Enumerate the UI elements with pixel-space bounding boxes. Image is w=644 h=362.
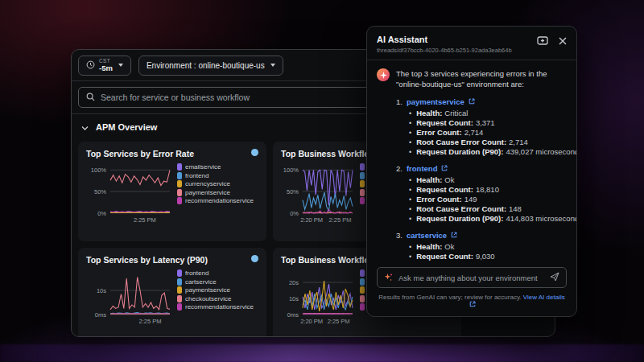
service-link[interactable]: cartservice [407,231,447,240]
legend-color-chip [177,172,182,179]
background-glow [0,344,644,362]
root-cause-row: Root Cause Error Count:148 [409,204,567,214]
health-row: Health:Critical [409,109,567,118]
sparkle-icon [384,270,393,285]
legend-color-chip [360,189,365,196]
close-icon[interactable] [559,37,567,45]
service-link[interactable]: paymentservice [407,97,464,106]
x-axis: 2:25 PM [110,318,170,326]
legend-item[interactable]: checkoutservice [177,295,258,302]
x-axis: 2:20 PM2:25 PM [303,216,353,224]
business-workflow-chart-2[interactable]: 2:20 PM2:25 PM [303,274,353,316]
send-icon[interactable] [550,270,559,285]
legend-item[interactable]: currencyservice [177,180,258,187]
y-tick-label: 50% [94,188,106,195]
legend-color-chip [360,197,365,204]
request-count-row: Request Count:9,030 [409,252,567,261]
ai-header: AI Assistant threads/df37bccb-4020-4b65-… [367,27,576,60]
legend-color-chip [360,286,365,294]
legend-color-chip [360,180,365,187]
y-tick-label: 10s [97,287,106,294]
chart-legend: emailservicefrontendcurrencyservicepayme… [177,163,258,215]
status-dot-icon [251,149,258,156]
legend-item[interactable]: paymentservice [177,286,258,294]
legend-label: frontend [185,269,208,277]
error-count-row: Error Count:2,714 [409,128,567,138]
error-count-row: Error Count:149 [409,195,567,204]
y-tick-label: 20s [289,279,299,286]
service-rank: 1. [396,97,402,106]
x-tick-label: 2:20 PM [300,216,323,224]
environment-dropdown[interactable]: Environment : online-boutique-us [138,56,283,76]
legend-color-chip [177,303,182,311]
external-link-icon [451,231,457,240]
service-link[interactable]: frontend [407,164,438,173]
business-workflow-chart-1[interactable]: 2:20 PM2:25 PM [303,168,353,215]
time-range-picker[interactable]: CST -5m [78,56,131,76]
y-tick-label: 50% [287,188,299,195]
ai-thread-id: threads/df37bccb-4020-4b65-b251-92ada3ea… [377,47,512,54]
y-tick-label: 10s [289,294,299,302]
collapse-chevron-icon[interactable] [81,120,89,134]
x-tick-label: 2:25 PM [139,318,162,325]
chevron-down-icon [118,64,123,67]
service-item: 1. paymentservice Health:Critical Reques… [396,97,567,157]
legend-label: checkoutservice [185,295,231,302]
legend-color-chip [360,295,365,302]
time-range-value: CST -5m [99,59,113,72]
ai-prompt-input[interactable]: Ask me anything about your environment [377,267,567,288]
panel-top-services-error-rate: Top Services by Error Rate 100%50%0% 2:2… [78,142,266,241]
legend-color-chip [360,172,365,179]
ai-input-placeholder: Ask me anything about your environment [398,274,544,282]
legend-color-chip [177,286,182,294]
request-count-row: Request Count:18,810 [409,185,567,195]
legend-color-chip [177,295,182,302]
ai-message-area: The top 3 services experiencing errors i… [367,60,576,261]
x-tick-label: 2:25 PM [329,216,352,224]
ai-intro-text: The top 3 services experiencing errors i… [396,68,567,90]
service-rank: 3. [396,231,402,240]
legend-label: recommendationservice [185,303,254,311]
latency-chart[interactable]: 2:25 PM [110,274,170,316]
status-dot-icon [251,255,258,262]
legend-label: emailservice [185,163,221,171]
chart-legend: frontendcartservicepaymentservicecheckou… [177,269,258,316]
error-rate-chart[interactable]: 2:25 PM [110,168,170,215]
legend-label: frontend [185,172,208,179]
duration-row: Request Duration (P90):439,027 microseco… [409,147,567,157]
legend-color-chip [177,180,182,187]
legend-item[interactable]: recommendationservice [177,197,258,204]
chart-row: 100%50%0% 2:25 PM emailservicefrontendcu… [86,168,258,215]
y-tick-label: 0ms [287,311,299,318]
y-axis: 100%50%0% [281,168,303,215]
x-tick-label: 2:25 PM [328,318,350,325]
legend-item[interactable]: frontend [177,269,258,277]
panel-title: Top Services by Latency (P90) [86,255,258,265]
ai-disclaimer: Results from GenAI can vary; review for … [378,294,521,301]
legend-item[interactable]: frontend [177,172,258,179]
view-ai-details-link[interactable]: View AI details [523,294,565,301]
legend-label: paymentservice [185,189,230,196]
ai-assistant-panel: AI Assistant threads/df37bccb-4020-4b65-… [366,26,577,317]
legend-item[interactable]: recommendationservice [177,303,258,311]
y-axis: 10s0ms [86,274,110,316]
environment-label: Environment : online-boutique-us [147,61,265,70]
x-tick-label: 2:25 PM [134,216,156,224]
y-tick-label: 0% [290,209,299,216]
legend-color-chip [360,163,365,171]
ai-avatar-icon [377,68,390,81]
new-chat-icon[interactable] [537,36,548,46]
x-axis: 2:25 PM [110,216,170,224]
legend-label: recommendationservice [185,197,254,204]
legend-color-chip [177,269,182,277]
health-row: Health:Ok [409,242,567,252]
legend-item[interactable]: emailservice [177,163,258,171]
ai-title: AI Assistant [377,35,512,44]
external-link-icon [469,301,476,309]
legend-item[interactable]: paymentservice [177,189,258,196]
legend-item[interactable]: cartservice [177,278,258,286]
legend-label: cartservice [185,278,217,286]
external-link-icon [441,164,448,173]
panel-title: Top Services by Error Rate [86,149,258,158]
legend-label: currencyservice [185,180,230,187]
